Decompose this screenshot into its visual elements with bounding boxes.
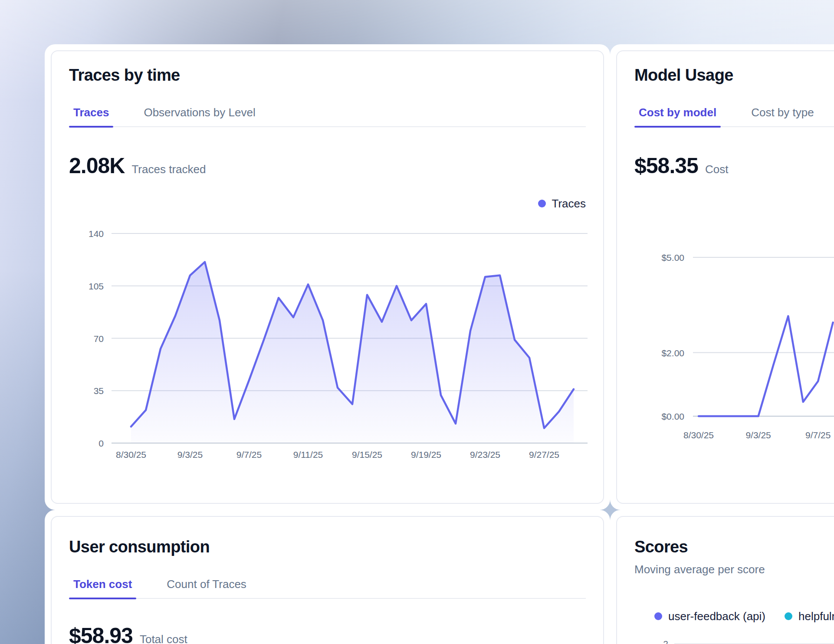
svg-text:140: 140 bbox=[89, 229, 104, 239]
svg-text:$0.00: $0.00 bbox=[661, 411, 684, 421]
svg-text:9/3/25: 9/3/25 bbox=[177, 450, 203, 460]
svg-text:8/30/25: 8/30/25 bbox=[116, 450, 146, 460]
legend-item-helpfulness: helpfulness bbox=[785, 610, 834, 623]
metric-label: Traces tracked bbox=[131, 163, 206, 176]
metric-value: $58.93 bbox=[69, 623, 133, 644]
tab-count-of-traces[interactable]: Count of Traces bbox=[162, 578, 251, 598]
legend-label: user-feedback (api) bbox=[668, 610, 765, 623]
tab-traces[interactable]: Traces bbox=[69, 106, 113, 126]
metric-label: Total cost bbox=[140, 633, 187, 644]
traces-line-chart[interactable]: 035701051408/30/259/3/259/7/259/11/259/1… bbox=[69, 227, 588, 463]
card-mat: Scores Moving average per score user-fee… bbox=[610, 510, 834, 644]
card-mat: User consumption Token cost Count of Tra… bbox=[45, 510, 610, 644]
card-title: Traces by time bbox=[69, 65, 586, 85]
legend-label: Traces bbox=[552, 197, 586, 210]
model-usage-metric: $58.35 Cost bbox=[634, 153, 834, 178]
metric-value: 2.08K bbox=[69, 153, 125, 178]
tab-cost-by-type[interactable]: Cost by type bbox=[747, 106, 818, 126]
metric-value: $58.35 bbox=[634, 153, 698, 178]
svg-text:70: 70 bbox=[94, 334, 104, 344]
legend-dot bbox=[538, 200, 546, 207]
dashboard-grid: Traces by time Traces Observations by Le… bbox=[45, 44, 834, 644]
y-tick-label: 2 bbox=[634, 639, 674, 644]
svg-text:9/7/25: 9/7/25 bbox=[805, 430, 831, 440]
model-usage-tabs: Cost by model Cost by type bbox=[634, 106, 834, 127]
tab-observations-by-level[interactable]: Observations by Level bbox=[139, 106, 259, 126]
svg-text:105: 105 bbox=[89, 281, 104, 291]
traces-by-time-card: Traces by time Traces Observations by Le… bbox=[51, 50, 604, 504]
legend-dot bbox=[654, 612, 662, 620]
svg-text:9/19/25: 9/19/25 bbox=[411, 450, 441, 460]
tab-cost-by-model[interactable]: Cost by model bbox=[634, 106, 721, 126]
legend-item-traces: Traces bbox=[538, 197, 586, 210]
legend-label: helpfulness bbox=[798, 610, 834, 623]
svg-text:$5.00: $5.00 bbox=[661, 253, 684, 263]
scores-axis-stub: 2 bbox=[634, 639, 834, 644]
legend-item-user-feedback: user-feedback (api) bbox=[654, 610, 765, 623]
scores-card: Scores Moving average per score user-fee… bbox=[616, 516, 834, 644]
user-consumption-tabs: Token cost Count of Traces bbox=[69, 578, 586, 599]
user-consumption-metric: $58.93 Total cost bbox=[69, 623, 586, 644]
traces-legend: Traces bbox=[69, 197, 586, 210]
card-title: Model Usage bbox=[634, 65, 834, 85]
model-usage-card: Model Usage Cost by model Cost by type $… bbox=[616, 50, 834, 504]
traces-metric: 2.08K Traces tracked bbox=[69, 153, 586, 178]
tab-token-cost[interactable]: Token cost bbox=[69, 578, 136, 598]
card-title: Scores bbox=[634, 537, 834, 557]
metric-label: Cost bbox=[705, 163, 728, 176]
traces-tabs: Traces Observations by Level bbox=[69, 106, 586, 127]
cost-line-chart[interactable]: $0.00$2.00$5.008/30/259/3/259/7/25 bbox=[634, 245, 834, 449]
card-mat: Model Usage Cost by model Cost by type $… bbox=[610, 44, 834, 510]
svg-text:9/23/25: 9/23/25 bbox=[470, 450, 500, 460]
svg-text:35: 35 bbox=[94, 386, 104, 396]
svg-text:9/7/25: 9/7/25 bbox=[236, 450, 262, 460]
scores-legend: user-feedback (api) helpfulness bbox=[654, 609, 834, 623]
legend-dot bbox=[785, 612, 792, 620]
card-mat: Traces by time Traces Observations by Le… bbox=[45, 44, 610, 510]
svg-text:9/15/25: 9/15/25 bbox=[352, 450, 382, 460]
card-title: User consumption bbox=[69, 537, 586, 557]
svg-text:$2.00: $2.00 bbox=[661, 348, 684, 358]
svg-text:8/30/25: 8/30/25 bbox=[683, 430, 714, 440]
svg-text:0: 0 bbox=[99, 438, 104, 448]
user-consumption-card: User consumption Token cost Count of Tra… bbox=[51, 516, 604, 644]
svg-text:9/3/25: 9/3/25 bbox=[745, 430, 771, 440]
card-subtitle: Moving average per score bbox=[634, 563, 834, 576]
svg-text:9/11/25: 9/11/25 bbox=[293, 450, 323, 460]
svg-text:9/27/25: 9/27/25 bbox=[529, 450, 559, 460]
